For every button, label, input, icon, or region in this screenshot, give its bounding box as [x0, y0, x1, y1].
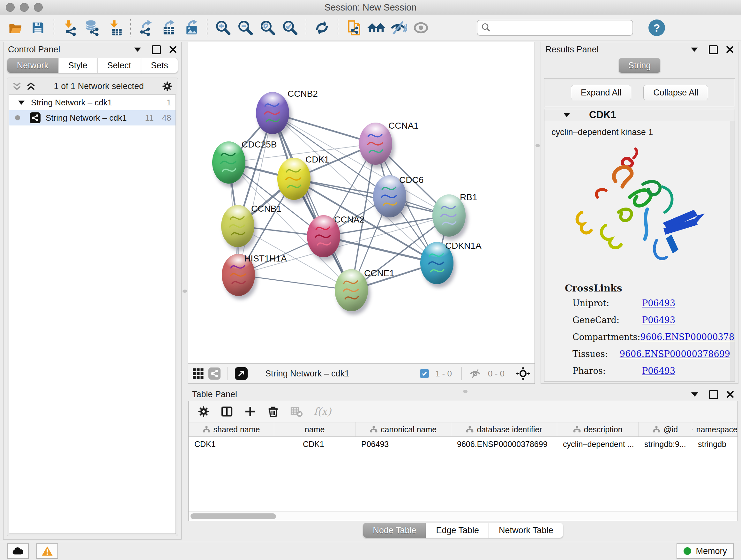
tab-select[interactable]: Select — [97, 58, 141, 73]
import-network-from-database-button[interactable] — [81, 17, 104, 38]
right-splitter[interactable] — [535, 42, 541, 384]
column-header-description[interactable]: description — [557, 422, 638, 436]
crosslink-link[interactable]: P06493 — [642, 366, 675, 376]
save-session-button[interactable] — [27, 17, 49, 38]
maximize-panel-icon[interactable] — [709, 390, 718, 399]
refresh-view-button[interactable] — [311, 17, 333, 38]
selected-checkbox[interactable] — [420, 369, 429, 378]
table-horizontal-scrollbar[interactable] — [189, 511, 738, 521]
float-panel-icon[interactable] — [691, 392, 698, 396]
column-header-namespace[interactable]: namespace — [692, 422, 738, 436]
column-header-id[interactable]: @id — [638, 422, 692, 436]
crosslink-link[interactable]: P06493 — [642, 298, 675, 308]
tab-node-table[interactable]: Node Table — [363, 523, 426, 538]
splitter-handle[interactable] — [183, 290, 187, 293]
export-network-button[interactable] — [135, 17, 158, 38]
hide-selected-button[interactable] — [387, 17, 410, 38]
tab-edge-table[interactable]: Edge Table — [426, 523, 489, 538]
left-splitter[interactable] — [182, 41, 188, 542]
grid-view-icon[interactable] — [192, 368, 204, 379]
network-node-ccnb1[interactable] — [221, 205, 254, 247]
cell-canonical-name[interactable]: P06493 — [355, 437, 451, 451]
open-session-button[interactable] — [4, 17, 27, 38]
tab-network[interactable]: Network — [7, 58, 58, 73]
cloud-button[interactable] — [7, 543, 29, 559]
show-columns-icon[interactable] — [220, 405, 233, 418]
collapse-caret-icon[interactable] — [18, 101, 24, 105]
cell-database-identifier[interactable]: 9606.ENSP00000378699 — [451, 437, 557, 451]
node-label: CCNA2 — [334, 214, 364, 225]
delete-table-icon[interactable] — [290, 405, 303, 418]
float-panel-icon[interactable] — [134, 48, 141, 52]
crosslink-link[interactable]: 9606.ENSP00000378699 — [620, 349, 730, 359]
cell-shared-name[interactable]: CDK1 — [189, 437, 274, 451]
network-node-cdc25b[interactable] — [212, 141, 246, 184]
edge-count: 48 — [162, 113, 172, 123]
column-header-name[interactable]: name — [274, 422, 355, 436]
help-button[interactable]: ? — [649, 19, 665, 36]
cell-description[interactable]: cyclin–dependent ... — [557, 437, 638, 451]
close-panel-icon[interactable] — [169, 46, 177, 54]
expand-all-icon[interactable] — [26, 82, 36, 91]
delete-column-icon[interactable] — [267, 406, 279, 418]
zoom-selected-button[interactable] — [279, 17, 301, 38]
tab-style[interactable]: Style — [58, 58, 97, 73]
network-node-ccnb2[interactable] — [256, 92, 289, 134]
column-header-database-identifier[interactable]: database identifier — [451, 422, 557, 436]
gear-icon[interactable] — [162, 81, 173, 91]
network-node-ccne1[interactable] — [335, 269, 368, 311]
cell-name[interactable]: CDK1 — [274, 437, 355, 451]
zoom-out-button[interactable] — [234, 17, 257, 38]
cell-id[interactable]: stringdb:9... — [638, 437, 692, 451]
close-panel-icon[interactable] — [726, 390, 734, 398]
network-canvas[interactable]: CCNB2CCNA1CDC25BCDK1CDC6RB1CCNB1CCNA2CDK… — [188, 42, 535, 363]
network-edge[interactable] — [239, 275, 351, 290]
crosslink-link[interactable]: 9606.ENSP00000378699 — [640, 332, 735, 342]
birdseye-crosshair-icon[interactable] — [516, 367, 530, 381]
table-row[interactable]: CDK1 CDK1 P06493 9606.ENSP00000378699 cy… — [189, 437, 738, 451]
add-column-icon[interactable] — [244, 406, 256, 418]
network-view-icon[interactable] — [208, 368, 220, 380]
column-header-shared-name[interactable]: shared name — [189, 422, 274, 436]
network-edge[interactable] — [294, 179, 449, 215]
maximize-panel-icon[interactable] — [152, 45, 161, 54]
splitter-handle[interactable] — [536, 144, 540, 147]
scrollbar-thumb[interactable] — [191, 513, 276, 519]
detach-view-icon[interactable] — [235, 367, 248, 380]
warnings-button[interactable] — [37, 543, 58, 559]
memory-button[interactable]: Memory — [677, 543, 734, 559]
zoom-in-button[interactable] — [212, 17, 234, 38]
tab-sets[interactable]: Sets — [141, 58, 178, 73]
float-panel-icon[interactable] — [691, 48, 698, 52]
export-table-button[interactable] — [158, 17, 180, 38]
splitter-handle[interactable] — [463, 390, 468, 393]
import-network-button[interactable] — [59, 17, 81, 38]
protein-section-header[interactable]: CDK1 — [544, 109, 735, 121]
protein-thumbnail — [227, 260, 249, 290]
maximize-panel-icon[interactable] — [709, 45, 718, 54]
network-row[interactable]: String Network – cdk1 11 48 — [9, 110, 176, 125]
collapse-all-icon[interactable] — [12, 82, 22, 91]
birdseye-homes-button[interactable] — [365, 17, 387, 38]
function-builder-button[interactable]: f(x) — [314, 406, 331, 418]
network-edge[interactable] — [239, 113, 273, 275]
import-table-button[interactable] — [104, 17, 126, 38]
show-all-button[interactable] — [410, 17, 432, 38]
network-collection-row[interactable]: String Network – cdk1 1 — [9, 95, 176, 110]
collapse-caret-icon[interactable] — [563, 113, 570, 117]
expand-all-button[interactable]: Expand All — [571, 85, 631, 100]
crosslink-link[interactable]: P06493 — [642, 315, 675, 325]
collapse-all-button[interactable]: Collapse All — [643, 85, 708, 100]
gear-icon[interactable] — [198, 406, 210, 418]
column-header-canonical-name[interactable]: canonical name — [355, 422, 451, 436]
cell-namespace[interactable]: stringdb — [692, 437, 738, 451]
network-node-ccna1[interactable] — [359, 123, 392, 165]
tab-string[interactable]: String — [618, 58, 661, 73]
close-panel-icon[interactable] — [726, 46, 734, 54]
export-image-button[interactable] — [180, 17, 202, 38]
search-input[interactable] — [477, 20, 633, 36]
network-edge[interactable] — [324, 236, 437, 263]
tab-network-table[interactable]: Network Table — [489, 523, 563, 538]
zoom-fit-button[interactable] — [257, 17, 279, 38]
clone-network-button[interactable] — [343, 17, 365, 38]
